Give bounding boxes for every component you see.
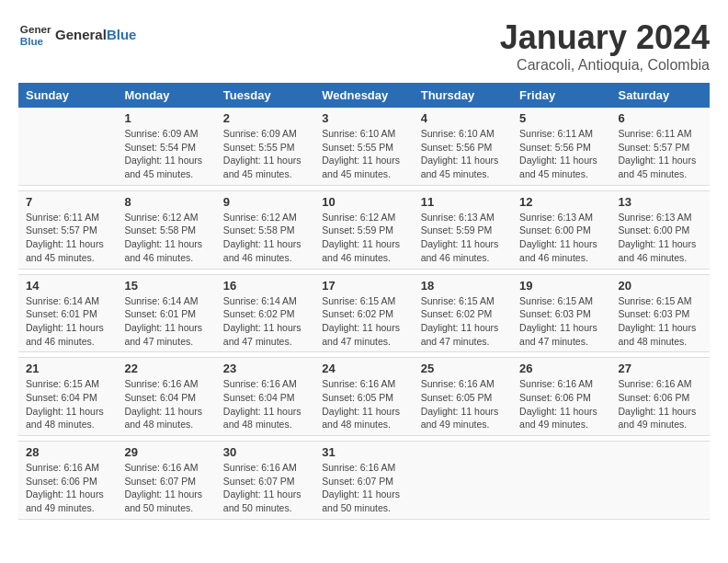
day-info: Sunrise: 6:16 AMSunset: 6:04 PMDaylight:…	[124, 377, 208, 431]
day-number: 19	[519, 279, 603, 293]
day-number: 28	[26, 445, 109, 459]
day-info: Sunrise: 6:12 AMSunset: 5:58 PMDaylight:…	[124, 211, 208, 265]
calendar-week-5: 28Sunrise: 6:16 AMSunset: 6:06 PMDayligh…	[18, 442, 710, 520]
day-info: Sunrise: 6:12 AMSunset: 5:58 PMDaylight:…	[223, 211, 307, 265]
calendar-cell	[611, 442, 710, 520]
page-subtitle: Caracoli, Antioquia, Colombia	[500, 57, 710, 74]
calendar-cell: 27Sunrise: 6:16 AMSunset: 6:06 PMDayligh…	[611, 358, 710, 436]
day-info: Sunrise: 6:14 AMSunset: 6:01 PMDaylight:…	[26, 294, 109, 349]
day-number: 20	[619, 279, 702, 293]
calendar-cell: 15Sunrise: 6:14 AMSunset: 6:01 PMDayligh…	[117, 274, 215, 352]
day-info: Sunrise: 6:16 AMSunset: 6:05 PMDaylight:…	[421, 377, 505, 431]
calendar-cell: 2Sunrise: 6:09 AMSunset: 5:55 PMDaylight…	[216, 108, 314, 185]
day-number: 2	[223, 111, 307, 125]
day-info: Sunrise: 6:16 AMSunset: 6:06 PMDaylight:…	[519, 377, 603, 431]
day-number: 25	[421, 362, 505, 375]
day-number: 7	[26, 195, 109, 209]
calendar-cell: 16Sunrise: 6:14 AMSunset: 6:02 PMDayligh…	[216, 274, 314, 352]
calendar-cell: 10Sunrise: 6:12 AMSunset: 5:59 PMDayligh…	[314, 190, 413, 269]
svg-text:General: General	[20, 23, 51, 35]
day-number: 16	[223, 279, 307, 293]
header-thursday: Thursday	[414, 83, 512, 108]
calendar-cell: 13Sunrise: 6:13 AMSunset: 6:00 PMDayligh…	[611, 190, 710, 269]
calendar-cell: 23Sunrise: 6:16 AMSunset: 6:04 PMDayligh…	[216, 358, 314, 436]
day-info: Sunrise: 6:15 AMSunset: 6:02 PMDaylight:…	[322, 294, 405, 349]
day-number: 11	[421, 195, 505, 209]
calendar-cell: 5Sunrise: 6:11 AMSunset: 5:56 PMDaylight…	[512, 108, 610, 185]
calendar-cell: 21Sunrise: 6:15 AMSunset: 6:04 PMDayligh…	[18, 358, 117, 436]
calendar-cell	[512, 442, 610, 520]
calendar-table: SundayMondayTuesdayWednesdayThursdayFrid…	[18, 83, 710, 520]
day-info: Sunrise: 6:16 AMSunset: 6:06 PMDaylight:…	[26, 461, 109, 515]
logo-blue: Blue	[107, 27, 137, 42]
calendar-cell: 17Sunrise: 6:15 AMSunset: 6:02 PMDayligh…	[314, 274, 413, 352]
day-number: 15	[124, 279, 208, 293]
day-info: Sunrise: 6:10 AMSunset: 5:56 PMDaylight:…	[421, 127, 505, 181]
calendar-week-2: 7Sunrise: 6:11 AMSunset: 5:57 PMDaylight…	[18, 190, 710, 269]
day-number: 29	[124, 445, 208, 459]
svg-text:Blue: Blue	[20, 35, 44, 47]
day-number: 24	[322, 362, 405, 375]
day-number: 21	[26, 362, 109, 375]
day-info: Sunrise: 6:16 AMSunset: 6:07 PMDaylight:…	[322, 461, 405, 515]
day-number: 14	[26, 279, 109, 293]
header-saturday: Saturday	[611, 83, 710, 108]
calendar-cell: 8Sunrise: 6:12 AMSunset: 5:58 PMDaylight…	[117, 190, 215, 269]
logo-icon: General Blue	[18, 18, 51, 52]
day-info: Sunrise: 6:15 AMSunset: 6:04 PMDaylight:…	[26, 377, 109, 431]
calendar-cell: 1Sunrise: 6:09 AMSunset: 5:54 PMDaylight…	[117, 108, 215, 185]
day-info: Sunrise: 6:14 AMSunset: 6:01 PMDaylight:…	[124, 294, 208, 349]
day-number: 1	[124, 111, 208, 125]
day-number: 5	[519, 111, 603, 125]
day-info: Sunrise: 6:10 AMSunset: 5:55 PMDaylight:…	[322, 127, 405, 181]
calendar-cell: 22Sunrise: 6:16 AMSunset: 6:04 PMDayligh…	[117, 358, 215, 436]
calendar-cell: 9Sunrise: 6:12 AMSunset: 5:58 PMDaylight…	[216, 190, 314, 269]
calendar-cell: 24Sunrise: 6:16 AMSunset: 6:05 PMDayligh…	[314, 358, 413, 436]
day-info: Sunrise: 6:16 AMSunset: 6:06 PMDaylight:…	[619, 377, 702, 431]
calendar-cell: 14Sunrise: 6:14 AMSunset: 6:01 PMDayligh…	[18, 274, 117, 352]
day-info: Sunrise: 6:14 AMSunset: 6:02 PMDaylight:…	[223, 294, 307, 349]
page-header: General Blue GeneralBlue January 2024 Ca…	[18, 18, 710, 74]
day-info: Sunrise: 6:11 AMSunset: 5:56 PMDaylight:…	[519, 127, 603, 181]
day-info: Sunrise: 6:15 AMSunset: 6:03 PMDaylight:…	[519, 294, 603, 349]
day-info: Sunrise: 6:16 AMSunset: 6:04 PMDaylight:…	[223, 377, 307, 431]
day-info: Sunrise: 6:09 AMSunset: 5:55 PMDaylight:…	[223, 127, 307, 181]
calendar-cell: 7Sunrise: 6:11 AMSunset: 5:57 PMDaylight…	[18, 190, 117, 269]
day-info: Sunrise: 6:13 AMSunset: 6:00 PMDaylight:…	[519, 211, 603, 265]
calendar-header-row: SundayMondayTuesdayWednesdayThursdayFrid…	[18, 83, 710, 108]
calendar-cell: 29Sunrise: 6:16 AMSunset: 6:07 PMDayligh…	[117, 442, 215, 520]
calendar-week-1: 1Sunrise: 6:09 AMSunset: 5:54 PMDaylight…	[18, 108, 710, 185]
calendar-cell	[18, 108, 117, 185]
calendar-cell: 6Sunrise: 6:11 AMSunset: 5:57 PMDaylight…	[611, 108, 710, 185]
logo-general: General	[55, 27, 107, 42]
calendar-cell: 18Sunrise: 6:15 AMSunset: 6:02 PMDayligh…	[414, 274, 512, 352]
day-number: 9	[223, 195, 307, 209]
calendar-cell: 3Sunrise: 6:10 AMSunset: 5:55 PMDaylight…	[314, 108, 413, 185]
header-friday: Friday	[512, 83, 610, 108]
calendar-cell: 4Sunrise: 6:10 AMSunset: 5:56 PMDaylight…	[414, 108, 512, 185]
day-number: 27	[619, 362, 702, 375]
day-number: 18	[421, 279, 505, 293]
day-number: 31	[322, 445, 405, 459]
day-number: 4	[421, 111, 505, 125]
day-info: Sunrise: 6:16 AMSunset: 6:07 PMDaylight:…	[223, 461, 307, 515]
title-block: January 2024 Caracoli, Antioquia, Colomb…	[500, 18, 710, 74]
day-info: Sunrise: 6:09 AMSunset: 5:54 PMDaylight:…	[124, 127, 208, 181]
calendar-cell: 12Sunrise: 6:13 AMSunset: 6:00 PMDayligh…	[512, 190, 610, 269]
day-number: 13	[619, 195, 702, 209]
calendar-cell: 30Sunrise: 6:16 AMSunset: 6:07 PMDayligh…	[216, 442, 314, 520]
calendar-cell: 25Sunrise: 6:16 AMSunset: 6:05 PMDayligh…	[414, 358, 512, 436]
page-title: January 2024	[500, 18, 710, 57]
calendar-cell: 19Sunrise: 6:15 AMSunset: 6:03 PMDayligh…	[512, 274, 610, 352]
day-number: 3	[322, 111, 405, 125]
calendar-week-4: 21Sunrise: 6:15 AMSunset: 6:04 PMDayligh…	[18, 358, 710, 436]
calendar-cell: 11Sunrise: 6:13 AMSunset: 5:59 PMDayligh…	[414, 190, 512, 269]
day-number: 6	[619, 111, 702, 125]
day-number: 10	[322, 195, 405, 209]
header-monday: Monday	[117, 83, 215, 108]
day-info: Sunrise: 6:16 AMSunset: 6:05 PMDaylight:…	[322, 377, 405, 431]
day-info: Sunrise: 6:15 AMSunset: 6:03 PMDaylight:…	[619, 294, 702, 349]
day-number: 30	[223, 445, 307, 459]
day-number: 12	[519, 195, 603, 209]
day-info: Sunrise: 6:13 AMSunset: 6:00 PMDaylight:…	[619, 211, 702, 265]
